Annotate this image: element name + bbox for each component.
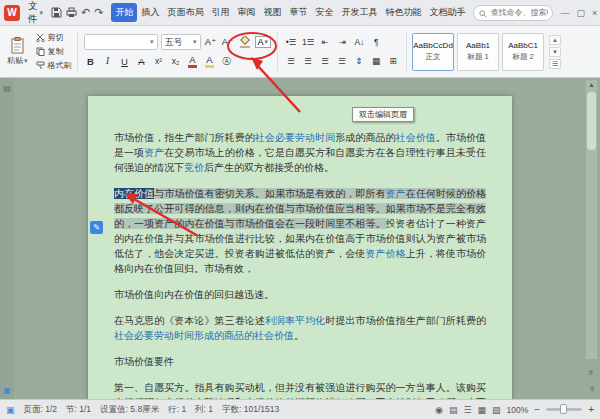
bullet-list-button[interactable]: •☰ (284, 35, 298, 50)
style-card-标题 1[interactable]: AaBb1标题 1 (457, 33, 499, 71)
save-icon[interactable] (51, 5, 62, 20)
text-highlight-button[interactable]: A (203, 54, 217, 69)
scroll-up-icon[interactable]: ▲ (586, 81, 597, 88)
strikethrough-button[interactable]: A (135, 54, 149, 69)
hyperlink-text[interactable]: 资产 (144, 147, 164, 158)
gallery-down-icon[interactable]: ▾ (549, 47, 561, 57)
gallery-more-icon[interactable]: ☰ (549, 59, 561, 69)
hyperlink-text[interactable]: 利润率平均化 (265, 315, 325, 326)
web-view-icon[interactable]: ▦ (478, 405, 487, 415)
sidebar-toggle-icon[interactable]: ▤ (1, 84, 13, 93)
eye-protect-icon[interactable]: ◉ (435, 405, 443, 415)
justify-button[interactable]: ☰ (335, 54, 349, 69)
minimize-icon[interactable]: — (560, 8, 569, 18)
maximize-icon[interactable]: ▢ (576, 8, 585, 18)
tab-开始[interactable]: 开始 (111, 3, 137, 22)
clear-format-button[interactable] (238, 35, 252, 50)
style-label: 正文 (426, 52, 441, 62)
zoom-in-button[interactable]: + (588, 404, 594, 415)
increase-indent-button[interactable]: ⇥ (335, 35, 349, 50)
zoom-out-button[interactable]: − (534, 404, 540, 415)
align-right-button[interactable]: ☰ (318, 54, 332, 69)
scrollbar-thumb[interactable] (587, 92, 596, 150)
font-name-combo[interactable]: ▾ (84, 34, 158, 50)
gallery-up-icon[interactable]: ▴ (549, 35, 561, 45)
copy-label: 复制 (48, 46, 64, 57)
bold-button[interactable]: B (84, 54, 98, 69)
annotation-pen-icon[interactable]: ✎ (90, 221, 103, 234)
character-border-button[interactable]: Ⓐ (220, 54, 234, 69)
tab-插入[interactable]: 插入 (137, 3, 163, 22)
zoom-slider-thumb[interactable] (560, 404, 567, 414)
italic-button[interactable]: I (101, 54, 115, 69)
document-page[interactable]: 市场价值，指生产部门所耗费的社会必要劳动时间形成的商品的社会价值。市场价值是一项… (88, 96, 512, 406)
underline-button[interactable]: U (118, 54, 132, 69)
increase-font-button[interactable]: A⁺ (204, 35, 218, 50)
font-color-button[interactable]: A (186, 54, 200, 69)
shading-button[interactable]: ▦ (369, 54, 383, 69)
highlight-color-button[interactable]: A▾ (255, 36, 272, 48)
paste-button[interactable]: 粘贴▾ (2, 35, 33, 68)
paragraph[interactable]: 内在价值与市场价值有密切关系。如果市场是有效的，即所有资产在任何时候的价格都反映… (114, 186, 486, 276)
hyperlink-text[interactable]: 社会价值 (396, 132, 436, 143)
paragraph[interactable]: 市场价值，指生产部门所耗费的社会必要劳动时间形成的商品的社会价值。市场价值是一项… (114, 130, 486, 175)
left-tool-icon[interactable]: ▣ (1, 386, 13, 395)
file-menu-button[interactable]: 文件 ▾ (24, 0, 47, 28)
gallery-arrows: ▴ ▾ ☰ (547, 26, 563, 77)
line-spacing-button[interactable]: ⇕ (352, 54, 366, 69)
header-edit-tooltip: 双击编辑页眉 (352, 107, 414, 122)
decrease-font-button[interactable]: A⁻ (221, 35, 235, 50)
cut-button[interactable]: 剪切 (33, 31, 75, 44)
font-size-combo[interactable]: 五号 ▾ (161, 34, 201, 50)
text-direction-button[interactable]: A↓ (352, 35, 366, 50)
fullscreen-icon[interactable]: ▧ (492, 405, 501, 415)
align-left-button[interactable]: ☰ (284, 54, 298, 69)
copy-button[interactable]: 复制 (33, 45, 75, 58)
paragraph[interactable]: 市场价值向内在价值的回归越迅速。 (114, 287, 486, 302)
show-marks-button[interactable]: ¶ (369, 35, 383, 50)
search-input[interactable] (490, 8, 548, 17)
print-icon[interactable] (66, 5, 77, 20)
superscript-button[interactable]: x² (152, 54, 166, 69)
command-search[interactable] (473, 5, 553, 21)
tab-章节[interactable]: 章节 (285, 3, 311, 22)
close-icon[interactable]: × (592, 8, 597, 18)
tab-安全[interactable]: 安全 (311, 3, 337, 22)
previous-page-button[interactable]: « (585, 367, 598, 378)
hyperlink-text[interactable]: 资产价格 (365, 248, 405, 259)
format-painter-button[interactable]: 格式刷 (33, 59, 75, 72)
tab-文档助手[interactable]: 文档助手 (425, 3, 469, 22)
status-bar: ▣ 页面: 1/2节: 1/1设置值: 5.8厘米行: 1列: 1字数: 101… (0, 399, 600, 419)
outline-view-icon[interactable]: ☰ (463, 405, 471, 415)
hyperlink-text[interactable]: 社会必要劳动时间形成的商品的社会价值 (114, 330, 294, 341)
hyperlink-text[interactable]: 资产 (386, 188, 406, 199)
tab-审阅[interactable]: 审阅 (233, 3, 259, 22)
decrease-indent-button[interactable]: ⇤ (318, 35, 332, 50)
scissors-icon (36, 33, 45, 42)
hyperlink-text[interactable]: 竞价 (184, 162, 204, 173)
hyperlink-text[interactable]: 社会必要劳动时间 (255, 132, 335, 143)
tab-特色功能[interactable]: 特色功能 (381, 3, 425, 22)
borders-button[interactable]: ⊞ (386, 54, 400, 69)
page-view-icon[interactable]: ▤ (449, 405, 458, 415)
next-page-button[interactable]: « (585, 383, 598, 394)
tab-视图[interactable]: 视图 (259, 3, 285, 22)
title-bar: W 文件 ▾ ↶ ↷ 开始插入页面布局引用审阅视图章节安全开发工具特色功能文档助… (0, 0, 600, 26)
tab-引用[interactable]: 引用 (207, 3, 233, 22)
paragraph[interactable]: 在马克思的《资本论》第三卷论述利润率平均化时提出市场价值指生产部门所耗费的社会必… (114, 313, 486, 343)
document-text[interactable]: 市场价值，指生产部门所耗费的社会必要劳动时间形成的商品的社会价值。市场价值是一项… (88, 96, 512, 406)
tab-开发工具[interactable]: 开发工具 (337, 3, 381, 22)
style-card-标题 2[interactable]: AaBbC1标题 2 (502, 33, 544, 71)
status-item: 设置值: 5.8厘米 (100, 404, 159, 416)
status-doc-icon[interactable]: ▣ (6, 405, 15, 415)
zoom-slider[interactable] (546, 408, 582, 411)
paragraph[interactable]: 市场价值要件 (114, 354, 486, 369)
tab-页面布局[interactable]: 页面布局 (163, 3, 207, 22)
redo-icon[interactable]: ↷ (94, 5, 103, 20)
vertical-scrollbar[interactable]: ▲ (586, 80, 597, 359)
subscript-button[interactable]: x₂ (169, 54, 183, 69)
undo-icon[interactable]: ↶ (81, 5, 90, 20)
style-card-正文[interactable]: AaBbCcDd正文 (412, 33, 454, 71)
numbered-list-button[interactable]: 1☰ (301, 35, 315, 50)
align-center-button[interactable]: ☰ (301, 54, 315, 69)
